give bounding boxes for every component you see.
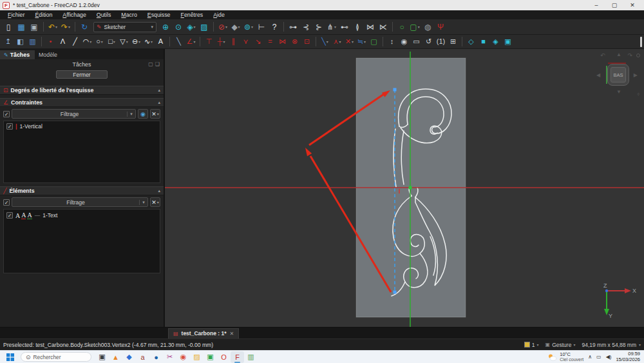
blue-app-icon[interactable]: ● <box>149 351 163 363</box>
toggle-active-constraint-button[interactable]: ▢ <box>368 36 380 47</box>
freecad-icon[interactable]: F <box>231 351 244 363</box>
create-polyline-button[interactable]: Λ <box>57 36 69 47</box>
navigation-cube[interactable]: ↶ ▲ ↷ ◀ ▶ ▼ BAS ⬨ <box>595 52 641 99</box>
file-explorer-icon[interactable]: ▨ <box>190 351 204 363</box>
constrain-symmetric-button[interactable]: ⋈ <box>277 36 289 47</box>
menu-item[interactable]: Affichage <box>57 12 91 18</box>
undo-button[interactable]: ↶ <box>47 21 59 33</box>
measure-button[interactable]: ⊢ <box>256 21 268 33</box>
dock-panel-icon[interactable]: ❏ <box>155 61 160 67</box>
close-tab-icon[interactable]: ✕ <box>229 331 234 337</box>
nav-up-arrow-icon[interactable]: ▲ <box>616 52 621 57</box>
menu-item[interactable]: Édition <box>30 12 57 18</box>
view-dimensions[interactable]: 94,19 mm x 54,88 mm ▾ <box>582 342 641 348</box>
navcube-face-bas[interactable]: BAS <box>607 64 629 86</box>
constrain-parallel-button[interactable]: ∥ <box>228 36 240 47</box>
elements-filter-select[interactable]: Filtrage ▾ <box>12 197 148 207</box>
create-arc-button[interactable]: ◠ <box>82 36 93 47</box>
view-sketch-button[interactable]: ▥ <box>27 36 39 47</box>
constraint-checkbox[interactable] <box>6 123 13 130</box>
rotate-cw-icon[interactable]: ↷ <box>627 52 632 59</box>
tab-modele[interactable]: Modèle <box>35 50 62 59</box>
reorient-sketch-button[interactable]: ⊶ <box>287 21 299 33</box>
menu-item[interactable]: Macro <box>116 12 142 18</box>
constrain-tangent-button[interactable]: ↘ <box>252 36 264 47</box>
view-section-button[interactable]: ◧ <box>15 36 26 47</box>
view-right-button[interactable]: ▣ <box>502 36 514 47</box>
create-rectangle-button[interactable]: □ <box>106 36 118 47</box>
delete-constraints-button[interactable]: ✕ <box>344 36 355 47</box>
minimize-icon[interactable]: – <box>587 2 605 8</box>
dimension-cross-button[interactable]: ┼ <box>216 36 227 47</box>
toolbar-overflow-handle[interactable] <box>640 37 642 47</box>
insert-knot-button[interactable]: ≬ <box>352 21 364 33</box>
browser-a-icon[interactable]: a <box>136 351 149 363</box>
view-isometric-button[interactable]: ◇ <box>466 36 477 47</box>
split-edge-button[interactable]: ⋔ <box>326 21 338 33</box>
origin-point[interactable] <box>409 186 412 190</box>
menu-item[interactable]: Aide <box>208 12 230 18</box>
trim-edge-button[interactable]: ⊰ <box>300 21 312 33</box>
elements-filter-checkbox[interactable] <box>3 199 10 206</box>
constrain-block-button[interactable]: ⊗ <box>289 36 301 47</box>
volume-icon[interactable]: ◀) <box>606 354 612 360</box>
mini-cube-icon[interactable]: ⬨ <box>637 91 639 97</box>
ellipse-tool-button[interactable]: ◍ <box>422 21 434 33</box>
merge-sketch-button[interactable]: ⋉ <box>377 21 390 33</box>
nav-orbit-dot-icon[interactable] <box>636 54 640 57</box>
close-icon[interactable]: ✕ <box>623 2 641 8</box>
join-curves-button[interactable]: ⊷ <box>339 21 351 33</box>
constraints-filter-checkbox[interactable] <box>3 111 10 117</box>
opera-icon[interactable]: O <box>217 351 231 363</box>
create-slot-button[interactable]: ⊖ <box>131 36 142 47</box>
new-document[interactable]: ▯ <box>3 21 15 33</box>
float-panel-icon[interactable]: ▢ <box>148 61 153 67</box>
refresh-button[interactable]: ↻ <box>79 21 91 33</box>
constraints-settings-button[interactable]: ✕ <box>150 109 160 119</box>
redo-button[interactable]: ↷ <box>60 21 72 33</box>
bspline-comb-button[interactable]: Ψ <box>435 21 447 33</box>
axonometric-button[interactable]: ◆ <box>230 21 242 33</box>
zoom-tools-button[interactable]: ⊚ <box>243 21 255 33</box>
create-text-button[interactable]: A <box>155 36 167 47</box>
draw-style-button[interactable]: ◈ <box>185 21 198 33</box>
element-row[interactable]: AAA — 1-Text <box>4 210 160 221</box>
validate-sketch-button[interactable]: ⋈ <box>365 21 377 33</box>
task-view-icon[interactable]: ▣ <box>95 351 109 363</box>
extend-edge-button[interactable]: ⊱ <box>313 21 325 33</box>
view-top-button[interactable]: ◈ <box>490 36 502 47</box>
clone-button[interactable]: ⊞ <box>448 36 459 47</box>
network-icon[interactable]: ▭ <box>596 354 601 360</box>
constraints-filter-select[interactable]: Filtrage ▾ <box>12 109 136 119</box>
section-contraintes[interactable]: ∠ Contraintes ▴ <box>0 98 164 107</box>
3d-viewport[interactable]: ↶ ▲ ↷ ◀ ▶ ▼ BAS ⬨ X <box>165 49 644 327</box>
create-bspline-button[interactable]: ∿ <box>143 36 155 47</box>
whats-this-button[interactable]: ? <box>269 21 281 33</box>
create-polygon-button[interactable]: ▽ <box>118 36 130 47</box>
carbon-copy-button[interactable]: ▢ <box>409 21 421 33</box>
nav-left-arrow-icon[interactable]: ◀ <box>596 72 600 78</box>
taskbar-clock[interactable]: 09:59 15/03/2026 <box>616 351 640 362</box>
constrain-coincident-button[interactable]: ⋏ <box>332 36 343 47</box>
nav-down-arrow-icon[interactable]: ▼ <box>616 89 621 95</box>
tray-chevron-icon[interactable]: ∧ <box>588 354 592 360</box>
leave-sketch-button[interactable]: ↥ <box>3 36 14 47</box>
constrain-lock-button[interactable]: ⊡ <box>301 36 313 47</box>
menu-item[interactable]: Esquisse <box>142 12 176 18</box>
dock-overlay-button[interactable]: ▨ <box>198 21 211 33</box>
constrain-angle-button[interactable]: ⋎ <box>240 36 252 47</box>
zoom-selection-button[interactable]: ⊙ <box>173 21 185 33</box>
settings-1-button[interactable]: (1) <box>435 36 447 47</box>
collapse-arrow-icon[interactable]: ▴ <box>158 88 160 93</box>
select-elements-button[interactable]: ▭ <box>411 36 422 47</box>
green-app-icon[interactable]: ▣ <box>204 351 217 363</box>
create-circle-button[interactable]: ○ <box>94 36 106 47</box>
section-dof[interactable]: ⊡ Degrés de liberté de l'esquisse ▴ <box>0 86 164 95</box>
fit-all-button[interactable]: ⊕ <box>160 21 172 33</box>
external-geometry-button[interactable]: ○ <box>396 21 408 33</box>
menu-item[interactable]: Outils <box>91 12 117 18</box>
construction-line-button[interactable]: ╲ <box>173 36 185 47</box>
tab-taches[interactable]: ✎ Tâches <box>0 50 35 59</box>
weather-widget[interactable]: 10°C Ciel couvert <box>547 352 583 362</box>
dimension-tools-button[interactable]: ╲ <box>319 36 331 47</box>
